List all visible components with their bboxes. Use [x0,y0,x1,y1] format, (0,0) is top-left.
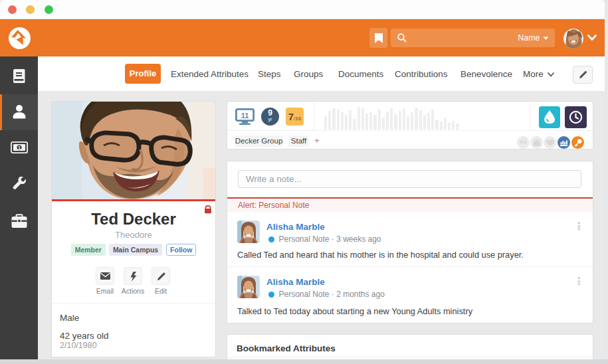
svg-text:11: 11 [241,112,249,120]
svg-text:1: 1 [18,145,21,151]
